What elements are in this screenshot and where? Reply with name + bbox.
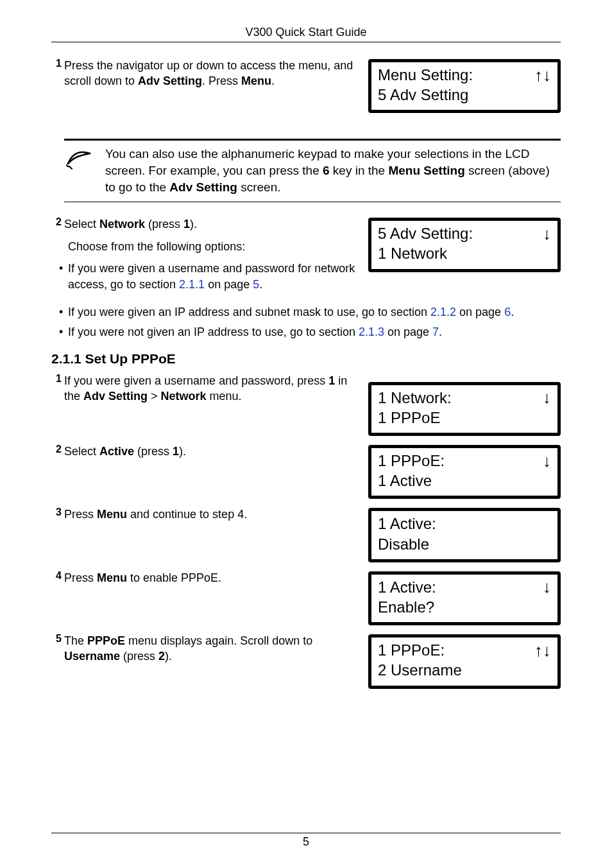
note-text: You can also use the alphanumeric keypad… bbox=[105, 146, 561, 195]
nav-down-icon: ↓ bbox=[543, 225, 551, 242]
lcd-line2: 1 Network bbox=[378, 243, 551, 263]
note-top-rule bbox=[64, 139, 561, 141]
link-section-212[interactable]: 2.1.2 bbox=[430, 306, 456, 318]
lcd-line2: 5 Adv Setting bbox=[378, 85, 551, 105]
lcd-line2: 2 Username bbox=[378, 660, 551, 680]
lcd-line1: 1 Active: bbox=[378, 514, 436, 534]
step-number: 2 bbox=[51, 444, 62, 459]
step-number: 5 bbox=[51, 633, 62, 664]
lcd-network: 1 Network: ↓ 1 PPPoE bbox=[368, 382, 561, 436]
page-header: V300 Quick Start Guide bbox=[51, 26, 561, 39]
nav-down-icon: ↓ bbox=[543, 578, 551, 595]
lcd-pppoe: 1 PPPoE: ↓ 1 Active bbox=[368, 445, 561, 499]
lcd-active-disable: 1 Active: Disable bbox=[368, 508, 561, 562]
pppoe-step2-text: Select Active (press 1). bbox=[64, 444, 357, 459]
step-number: 1 bbox=[51, 58, 62, 89]
lcd-line1: 1 PPPoE: bbox=[378, 451, 445, 471]
lcd-adv-setting: 5 Adv Setting: ↓ 1 Network bbox=[368, 218, 561, 272]
lcd-line2: 1 PPPoE bbox=[378, 408, 551, 428]
lcd-line1: 1 PPPoE: bbox=[378, 640, 445, 660]
note-block: You can also use the alphanumeric keypad… bbox=[64, 139, 561, 202]
step-number: 4 bbox=[51, 570, 62, 586]
step-number: 2 bbox=[51, 216, 62, 232]
bullet-dot: • bbox=[59, 324, 68, 340]
pppoe-step3-text: Press Menu and continue to step 4. bbox=[64, 507, 357, 522]
lcd-line2: 1 Active bbox=[378, 471, 551, 490]
link-page-5[interactable]: 5 bbox=[253, 278, 259, 291]
link-page-7[interactable]: 7 bbox=[432, 326, 439, 338]
step-number: 3 bbox=[51, 507, 62, 522]
nav-updown-icon: ↑↓ bbox=[534, 67, 551, 83]
lcd-active-enable: 1 Active: ↓ Enable? bbox=[368, 571, 561, 625]
step1-text: Press the navigator up or down to access… bbox=[64, 58, 357, 89]
nav-down-icon: ↓ bbox=[543, 389, 551, 406]
bullet2-text: If you were given an IP address and subn… bbox=[68, 304, 514, 320]
lcd-line1: 1 Active: bbox=[378, 577, 436, 597]
bullet-dot: • bbox=[59, 304, 68, 320]
lcd-menu-setting: Menu Setting: ↑↓ 5 Adv Setting bbox=[368, 59, 561, 113]
choose-text: Choose from the following options: bbox=[68, 239, 357, 254]
lcd-line2: Enable? bbox=[378, 597, 551, 617]
step-number: 1 bbox=[51, 373, 62, 404]
lcd-line1: Menu Setting: bbox=[378, 65, 473, 85]
bullet1-text: If you were given a username and passwor… bbox=[68, 261, 357, 293]
nav-down-icon: ↓ bbox=[543, 453, 551, 469]
link-section-213[interactable]: 2.1.3 bbox=[359, 326, 384, 338]
lcd-line2: Disable bbox=[378, 534, 551, 554]
link-page-6[interactable]: 6 bbox=[504, 306, 511, 318]
pppoe-step4-text: Press Menu to enable PPPoE. bbox=[64, 570, 357, 586]
footer-rule bbox=[51, 833, 561, 833]
header-rule bbox=[51, 42, 561, 42]
step2-text: Select Network (press 1). bbox=[64, 216, 357, 232]
lcd-pppoe-username: 1 PPPoE: ↑↓ 2 Username bbox=[368, 634, 561, 688]
nav-updown-icon: ↑↓ bbox=[534, 642, 551, 659]
lcd-line1: 1 Network: bbox=[378, 388, 452, 408]
pppoe-step5-text: The PPPoE menu displays again. Scroll do… bbox=[64, 633, 357, 664]
note-icon bbox=[64, 147, 94, 174]
bullet3-text: If you were not given an IP address to u… bbox=[68, 324, 442, 340]
page-number: 5 bbox=[0, 835, 612, 849]
note-bottom-rule bbox=[64, 202, 561, 202]
section-heading-211: 2.1.1 Set Up PPPoE bbox=[51, 351, 561, 367]
link-section-211[interactable]: 2.1.1 bbox=[179, 278, 205, 291]
lcd-line1: 5 Adv Setting: bbox=[378, 223, 473, 243]
bullet-dot: • bbox=[59, 261, 68, 293]
pppoe-step1-text: If you were given a username and passwor… bbox=[64, 373, 357, 404]
